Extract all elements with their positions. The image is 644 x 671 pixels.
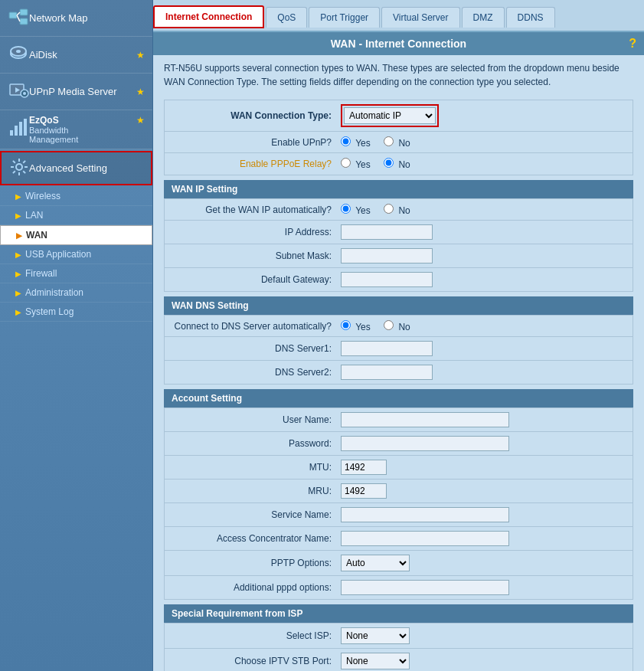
service-name-value bbox=[341, 507, 625, 522]
connect-dns-no-label[interactable]: No bbox=[384, 322, 410, 332]
firewall-arrow-icon: ▶ bbox=[15, 270, 21, 278]
mru-row: MRU: bbox=[165, 480, 633, 503]
user-name-input[interactable] bbox=[341, 412, 509, 427]
sidebar-item-wireless[interactable]: ▶ Wireless bbox=[0, 187, 152, 206]
dns-server2-label: DNS Server2: bbox=[172, 367, 341, 378]
ip-address-row: IP Address: bbox=[165, 221, 633, 244]
wan-connection-type-label: WAN Connection Type: bbox=[172, 110, 341, 121]
tab-port-trigger[interactable]: Port Trigger bbox=[309, 7, 380, 28]
svg-line-21 bbox=[13, 161, 15, 163]
enable-upnp-no-label[interactable]: No bbox=[384, 138, 410, 149]
sidebar-item-usb-application-label: USB Application bbox=[25, 249, 91, 260]
sidebar-item-advanced-setting[interactable]: Advanced Setting bbox=[0, 151, 152, 185]
pptp-options-select[interactable]: Auto MPPE 40 MPPE 56 MPPE 128 No Encrypt… bbox=[341, 555, 410, 571]
choose-iptv-label: Choose IPTV STB Port: bbox=[172, 656, 341, 666]
pptp-options-value: Auto MPPE 40 MPPE 56 MPPE 128 No Encrypt… bbox=[341, 555, 625, 571]
password-input[interactable] bbox=[341, 436, 509, 451]
connect-dns-no-radio[interactable] bbox=[384, 320, 394, 330]
subnet-mask-row: Subnet Mask: bbox=[165, 244, 633, 268]
get-wan-ip-no-label[interactable]: No bbox=[384, 205, 410, 216]
dns-server2-input[interactable] bbox=[341, 365, 433, 380]
sidebar-item-aidisk[interactable]: AiDisk ★ bbox=[0, 37, 152, 74]
subnet-mask-value bbox=[341, 248, 625, 263]
sidebar-item-administration[interactable]: ▶ Administration bbox=[0, 283, 152, 303]
wan-ip-setting-header: WAN IP Setting bbox=[164, 180, 633, 198]
user-name-value bbox=[341, 412, 625, 427]
access-concentrator-row: Access Concentrator Name: bbox=[165, 527, 633, 551]
wan-connection-type-select[interactable]: Automatic IP PPPoE PPTP L2TP Static IP bbox=[344, 107, 436, 124]
get-wan-ip-yes-radio[interactable] bbox=[341, 204, 351, 214]
account-setting-body: User Name: Password: MTU: MRU: bbox=[164, 408, 633, 600]
tab-ddns[interactable]: DDNS bbox=[506, 7, 555, 28]
tab-qos[interactable]: QoS bbox=[266, 7, 307, 28]
enable-upnp-row: Enable UPnP? Yes No bbox=[165, 132, 633, 153]
lan-arrow-icon: ▶ bbox=[15, 211, 21, 220]
enable-upnp-yes-label[interactable]: Yes bbox=[341, 138, 373, 149]
tab-dmz[interactable]: DMZ bbox=[462, 7, 505, 28]
choose-iptv-select[interactable]: None LAN1 LAN2 LAN3 LAN4 bbox=[341, 653, 410, 669]
dns-server2-row: DNS Server2: bbox=[165, 361, 633, 384]
ip-address-value bbox=[341, 224, 625, 240]
tab-virtual-server[interactable]: Virtual Server bbox=[381, 7, 459, 28]
aidisk-star-icon: ★ bbox=[136, 50, 145, 61]
subnet-mask-input[interactable] bbox=[341, 248, 433, 263]
mtu-input[interactable] bbox=[341, 460, 387, 475]
service-name-input[interactable] bbox=[341, 507, 509, 522]
sidebar-item-network-map[interactable]: Network Map bbox=[0, 0, 152, 37]
enable-upnp-yes-radio[interactable] bbox=[341, 136, 351, 146]
get-wan-ip-yes-label[interactable]: Yes bbox=[341, 205, 373, 216]
enable-pppoe-yes-label[interactable]: Yes bbox=[341, 159, 373, 170]
ezqos-icon bbox=[8, 116, 29, 140]
enable-pppoe-yes-radio[interactable] bbox=[341, 158, 351, 168]
connect-dns-yes-radio[interactable] bbox=[341, 320, 351, 330]
page-description: RT-N56U supports several connection type… bbox=[153, 55, 644, 95]
sidebar-item-upnp-media-server[interactable]: UPnP Media Server ★ bbox=[0, 74, 152, 110]
sidebar-item-aidisk-label: AiDisk bbox=[29, 49, 57, 61]
access-concentrator-input[interactable] bbox=[341, 531, 509, 546]
sidebar-item-firewall[interactable]: ▶ Firewall bbox=[0, 264, 152, 283]
access-concentrator-value bbox=[341, 531, 625, 546]
password-value bbox=[341, 436, 625, 451]
wan-dns-setting-body: Connect to DNS Server automatically? Yes… bbox=[164, 315, 633, 385]
additional-pppd-value bbox=[341, 580, 625, 595]
sidebar-item-wireless-label: Wireless bbox=[25, 191, 60, 201]
ezqos-star-icon: ★ bbox=[136, 115, 145, 126]
connect-dns-yes-label[interactable]: Yes bbox=[341, 322, 373, 332]
sidebar-item-ezqos[interactable]: EzQoS Bandwidth Management ★ bbox=[0, 110, 152, 149]
help-icon[interactable]: ? bbox=[629, 37, 636, 51]
additional-pppd-input[interactable] bbox=[341, 580, 509, 595]
wan-dns-setting-header: WAN DNS Setting bbox=[164, 296, 633, 315]
enable-pppoe-no-radio[interactable] bbox=[384, 158, 394, 168]
svg-rect-13 bbox=[15, 126, 18, 136]
get-wan-ip-value: Yes No bbox=[341, 204, 625, 216]
select-isp-select[interactable]: None Optus Telstra bbox=[341, 627, 410, 644]
sidebar-item-advanced-setting-label: Advanced Setting bbox=[29, 162, 107, 174]
svg-rect-12 bbox=[10, 130, 13, 136]
dns-server1-input[interactable] bbox=[341, 341, 433, 356]
get-wan-ip-no-radio[interactable] bbox=[384, 204, 394, 214]
connect-dns-auto-value: Yes No bbox=[341, 320, 625, 332]
svg-rect-1 bbox=[20, 9, 28, 15]
ezqos-bandwidth-label: Bandwidth bbox=[29, 126, 136, 135]
ip-address-label: IP Address: bbox=[172, 227, 341, 237]
sidebar-item-lan[interactable]: ▶ LAN bbox=[0, 206, 152, 225]
dns-server2-value bbox=[341, 365, 625, 380]
system-log-arrow-icon: ▶ bbox=[15, 308, 21, 316]
wan-connection-type-row: WAN Connection Type: Automatic IP PPPoE … bbox=[165, 100, 633, 132]
additional-pppd-row: Additional pppd options: bbox=[165, 576, 633, 599]
aidisk-icon bbox=[8, 43, 29, 67]
get-wan-ip-label: Get the WAN IP automatically? bbox=[172, 205, 341, 215]
enable-upnp-no-radio[interactable] bbox=[384, 136, 394, 146]
sidebar-item-system-log[interactable]: ▶ System Log bbox=[0, 303, 152, 322]
default-gateway-input[interactable] bbox=[341, 272, 433, 287]
sidebar-item-wan[interactable]: ▶ WAN bbox=[0, 225, 152, 245]
mru-input[interactable] bbox=[341, 483, 387, 499]
ip-address-input[interactable] bbox=[341, 224, 433, 240]
svg-point-10 bbox=[23, 92, 26, 95]
enable-pppoe-relay-row: Enable PPPoE Relay? Yes No bbox=[165, 153, 633, 175]
tab-internet-connection[interactable]: Internet Connection bbox=[153, 5, 264, 28]
pptp-options-row: PPTP Options: Auto MPPE 40 MPPE 56 MPPE … bbox=[165, 551, 633, 576]
enable-upnp-label: Enable UPnP? bbox=[172, 137, 341, 148]
sidebar-item-usb-application[interactable]: ▶ USB Application bbox=[0, 245, 152, 264]
enable-pppoe-no-label[interactable]: No bbox=[384, 159, 410, 170]
